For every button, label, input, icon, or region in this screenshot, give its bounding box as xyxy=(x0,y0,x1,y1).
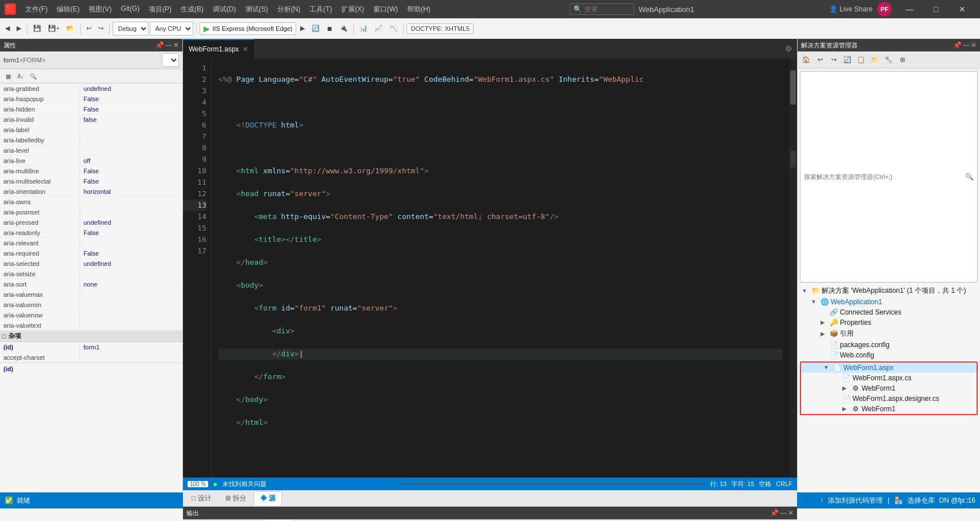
prop-row[interactable]: aria-haspopup False xyxy=(0,94,182,104)
search-input[interactable] xyxy=(584,5,630,13)
webform1-aspx-node[interactable]: ▼ 📄 WebForm1.aspx xyxy=(801,363,977,373)
save-all-button[interactable]: 💾+ xyxy=(45,23,62,34)
solution-panel-controls[interactable]: 📌 — ✕ xyxy=(953,41,977,49)
attach-button[interactable]: 🔌 xyxy=(337,23,350,34)
prop-aria-multiselectable-value[interactable]: False xyxy=(80,177,182,185)
maximize-button[interactable]: □ xyxy=(923,0,949,18)
connected-services-node[interactable]: ▶ 🔗 Connected Services xyxy=(798,307,980,317)
prop-row[interactable]: aria-orientation horizontal xyxy=(0,186,182,197)
prop-row[interactable]: aria-label xyxy=(0,125,182,135)
prop-row[interactable]: aria-multiselectal False xyxy=(0,176,182,186)
prop-search-btn[interactable]: 🔍 xyxy=(27,70,39,82)
webform1-child2-node[interactable]: ▶ ⚙ WebForm1 xyxy=(801,404,977,414)
open-button[interactable]: 📂 xyxy=(63,23,77,34)
prop-id-value[interactable]: form1 xyxy=(80,343,182,351)
sol-btn1[interactable]: 🏠 xyxy=(800,54,812,66)
output-pin-icon[interactable]: 📌 xyxy=(770,509,779,517)
global-search[interactable]: 🔍 xyxy=(569,3,634,15)
prop-aria-posinset-value[interactable] xyxy=(80,212,182,213)
prop-aria-multiline-value[interactable]: False xyxy=(80,167,182,175)
prop-aria-owns-value[interactable] xyxy=(80,201,182,202)
solution-search-bar[interactable]: 🔍 xyxy=(800,71,978,283)
prop-row[interactable]: aria-owns xyxy=(0,197,182,207)
properties-node[interactable]: ▶ 🔑 Properties xyxy=(798,317,980,328)
redo-button[interactable]: ↪ xyxy=(95,23,106,34)
panel-controls[interactable]: 📌 — ✕ xyxy=(156,41,179,49)
menu-test[interactable]: 测试(S) xyxy=(241,2,273,17)
menu-project[interactable]: 项目(P) xyxy=(144,2,176,17)
prop-row[interactable]: aria-valuenow xyxy=(0,310,182,320)
prop-row[interactable]: aria-valuemin xyxy=(0,300,182,310)
prop-category-btn[interactable]: ▦ xyxy=(2,70,14,82)
code-editor[interactable]: 12345 678910 111213 14151617 <%@ Page La… xyxy=(183,59,797,478)
prop-row[interactable]: aria-grabbed undefined xyxy=(0,83,182,94)
webform1-cs-node[interactable]: ▶ 📄 WebForm1.aspx.cs xyxy=(801,373,977,383)
menu-extensions[interactable]: 扩展(X) xyxy=(337,2,369,17)
pin-icon[interactable]: 📌 xyxy=(156,41,164,49)
menu-bar[interactable]: 文件(F) 编辑(E) 视图(V) Git(G) 项目(P) 生成(B) 调试(… xyxy=(21,2,435,17)
doctype-select[interactable]: DOCTYPE: XHTML5 xyxy=(407,23,473,34)
menu-tools[interactable]: 工具(T) xyxy=(305,2,336,17)
editor-settings-icon[interactable]: ⚙ xyxy=(780,44,797,53)
prop-row[interactable]: aria-setsize xyxy=(0,269,182,279)
sol-btn7[interactable]: 🔧 xyxy=(882,54,895,66)
prop-accept-charset-value[interactable] xyxy=(80,357,182,358)
run-alt-button[interactable]: ▶ xyxy=(297,23,308,34)
prop-row[interactable]: aria-hidden False xyxy=(0,104,182,114)
tab-close-icon[interactable]: ✕ xyxy=(242,45,248,53)
menu-debug[interactable]: 调试(D) xyxy=(208,2,241,17)
sol-btn3[interactable]: ↪ xyxy=(827,54,840,66)
prop-section-misc[interactable]: □ 杂项 xyxy=(0,331,182,342)
prop-aria-labelledby-value[interactable] xyxy=(80,140,182,141)
editor-scrollbar[interactable] xyxy=(789,59,797,478)
stop-button[interactable]: ⏹ xyxy=(324,23,336,34)
sol-btn2[interactable]: ↩ xyxy=(814,54,826,66)
close-button[interactable]: ✕ xyxy=(949,0,975,18)
prop-row[interactable]: aria-selected undefined xyxy=(0,258,182,269)
prop-object-select[interactable] xyxy=(162,53,179,67)
code-content[interactable]: <%@ Page Language="C#" AutoEventWireup="… xyxy=(212,59,789,478)
menu-file[interactable]: 文件(F) xyxy=(21,2,52,17)
cpu-select[interactable]: Any CPU xyxy=(150,22,193,35)
sol-btn6[interactable]: 📁 xyxy=(869,54,881,66)
prop-aria-pressed-value[interactable]: undefined xyxy=(80,218,182,226)
scroll-thumb[interactable] xyxy=(790,70,796,105)
references-node[interactable]: ▶ 📦 引用 xyxy=(798,328,980,340)
prop-row[interactable]: aria-required False xyxy=(0,248,182,258)
prop-row[interactable]: aria-pressed undefined xyxy=(0,217,182,228)
output-close-icon[interactable]: ✕ xyxy=(788,509,794,517)
solution-close-icon[interactable]: ✕ xyxy=(971,41,977,49)
window-controls[interactable]: — □ ✕ xyxy=(897,0,975,18)
editor-tab-webform1[interactable]: WebForm1.aspx ✕ xyxy=(183,39,254,59)
solution-search-input[interactable] xyxy=(804,173,963,180)
prop-row[interactable]: aria-relevant xyxy=(0,238,182,248)
prop-aria-valuemax-value[interactable] xyxy=(80,294,182,295)
prop-row[interactable]: aria-level xyxy=(0,145,182,156)
prop-aria-readonly-value[interactable]: False xyxy=(80,229,182,237)
menu-analyze[interactable]: 分析(N) xyxy=(273,2,305,17)
user-avatar[interactable]: PF xyxy=(877,2,892,17)
prop-aria-label-value[interactable] xyxy=(80,129,182,130)
perf2-button[interactable]: 📈 xyxy=(372,23,385,34)
prop-aria-haspopup-value[interactable]: False xyxy=(80,95,182,103)
prop-aria-invalid-value[interactable]: false xyxy=(80,116,182,124)
back-button[interactable]: ◀ xyxy=(2,23,13,34)
output-panel-controls[interactable]: 📌 — ✕ xyxy=(770,509,794,517)
prop-row[interactable]: accept-charset xyxy=(0,352,182,363)
live-share-button[interactable]: 👤 Live Share xyxy=(829,5,873,13)
refresh-button[interactable]: 🔃 xyxy=(309,23,322,34)
prop-aria-selected-value[interactable]: undefined xyxy=(80,260,182,268)
menu-build[interactable]: 生成(B) xyxy=(176,2,208,17)
sol-btn8[interactable]: ⊞ xyxy=(896,54,909,66)
forward-button[interactable]: ▶ xyxy=(14,23,24,34)
sol-btn5[interactable]: 📋 xyxy=(855,54,867,66)
prop-aria-level-value[interactable] xyxy=(80,150,182,151)
prop-row[interactable]: aria-posinset xyxy=(0,207,182,217)
solution-minimize-icon[interactable]: — xyxy=(963,41,970,49)
sol-btn4[interactable]: 🔄 xyxy=(841,54,854,66)
prop-row[interactable]: aria-valuetext xyxy=(0,320,182,331)
minimize-button[interactable]: — xyxy=(897,0,923,18)
solution-root[interactable]: ▼ 📁 解决方案 'WebApplication1' (1 个项目，共 1 个) xyxy=(798,285,980,297)
prop-aria-orientation-value[interactable]: horizontal xyxy=(80,188,182,196)
perf1-button[interactable]: 📊 xyxy=(357,23,371,34)
